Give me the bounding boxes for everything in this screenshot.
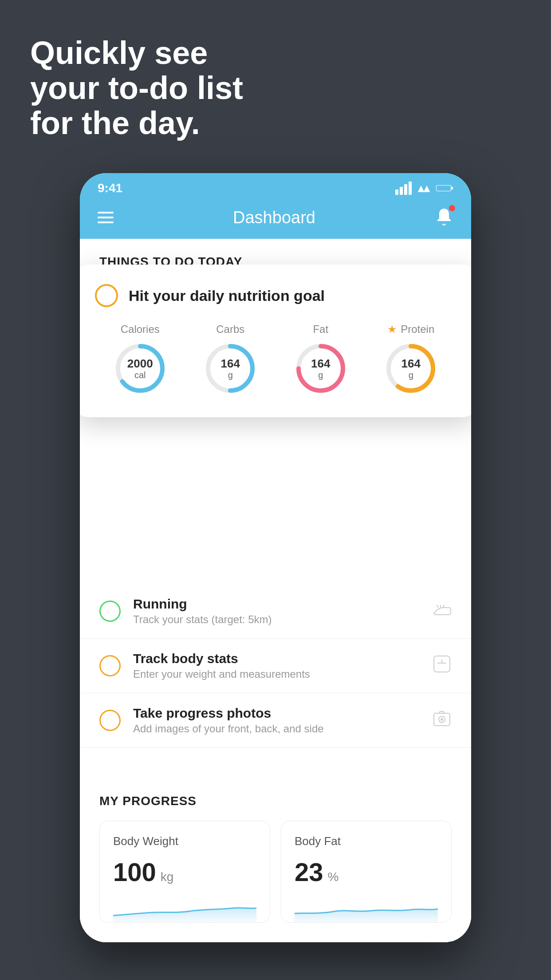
todo-text-running: Running Track your stats (target: 5km)	[133, 597, 272, 626]
svg-rect-1	[451, 187, 453, 190]
todo-subtitle-photos: Add images of your front, back, and side	[133, 723, 324, 735]
hero-line2: your to-do list	[30, 71, 243, 106]
time-display: 9:41	[98, 181, 122, 195]
notification-dot	[449, 205, 455, 211]
nutrition-fat: Fat 164 g	[294, 323, 347, 395]
app-content: THINGS TO DO TODAY Hit your daily nutrit…	[80, 239, 471, 942]
card-title: Hit your daily nutrition goal	[129, 287, 325, 304]
fat-value: 164	[311, 357, 330, 370]
status-bar: 9:41 ▴▴	[80, 173, 471, 200]
carbs-ring: 164 g	[204, 342, 257, 395]
nutrition-protein: ★ Protein 164 g	[384, 323, 437, 395]
progress-cards: Body Weight 100 kg	[99, 821, 452, 923]
progress-header: MY PROGRESS	[99, 794, 452, 808]
todo-item-photos[interactable]: Take progress photos Add images of your …	[80, 693, 471, 748]
carbs-unit: g	[221, 370, 240, 379]
svg-rect-2	[437, 186, 451, 191]
body-fat-card[interactable]: Body Fat 23 %	[281, 821, 452, 923]
carbs-value: 164	[221, 357, 240, 370]
body-fat-title: Body Fat	[295, 834, 438, 848]
battery-icon	[436, 184, 453, 193]
body-fat-chart	[295, 896, 438, 922]
nutrition-row: Calories 2000 cal	[95, 323, 456, 395]
nutrition-calories: Calories 2000 cal	[114, 323, 167, 395]
fat-unit: g	[311, 370, 330, 379]
svg-point-14	[441, 718, 443, 721]
star-icon: ★	[387, 323, 397, 336]
calories-ring: 2000 cal	[114, 342, 167, 395]
todo-section: Running Track your stats (target: 5km)	[80, 584, 471, 748]
hero-text: Quickly see your to-do list for the day.	[30, 36, 243, 141]
todo-subtitle-body-stats: Enter your weight and measurements	[133, 668, 310, 680]
protein-ring: 164 g	[384, 342, 437, 395]
nav-title: Dashboard	[233, 208, 315, 227]
todo-item-body-stats[interactable]: Track body stats Enter your weight and m…	[80, 639, 471, 693]
fat-ring: 164 g	[294, 342, 347, 395]
hero-line1: Quickly see	[30, 36, 243, 71]
status-icons: ▴▴	[395, 182, 453, 195]
todo-title-body-stats: Track body stats	[133, 651, 310, 666]
body-weight-card[interactable]: Body Weight 100 kg	[99, 821, 270, 923]
body-weight-chart	[113, 896, 256, 922]
todo-text-body-stats: Track body stats Enter your weight and m…	[133, 651, 310, 680]
body-fat-value: 23	[295, 857, 323, 887]
body-weight-value-row: 100 kg	[113, 857, 256, 887]
todo-subtitle-running: Track your stats (target: 5km)	[133, 613, 272, 626]
wifi-icon: ▴▴	[418, 182, 429, 195]
todo-text-photos: Take progress photos Add images of your …	[133, 706, 324, 735]
notification-bell[interactable]	[435, 207, 453, 228]
protein-unit: g	[401, 370, 421, 379]
body-weight-title: Body Weight	[113, 834, 256, 848]
fat-label: Fat	[313, 323, 328, 336]
calories-value: 2000	[127, 357, 153, 370]
hamburger-menu[interactable]	[98, 209, 114, 226]
calories-unit: cal	[127, 370, 153, 379]
protein-label-row: ★ Protein	[387, 323, 434, 336]
nav-bar: Dashboard	[80, 200, 471, 239]
protein-label: Protein	[401, 323, 434, 336]
body-weight-unit: kg	[161, 870, 174, 884]
svg-rect-11	[434, 656, 450, 672]
todo-item-running[interactable]: Running Track your stats (target: 5km)	[80, 584, 471, 639]
nutrition-carbs: Carbs 164 g	[204, 323, 257, 395]
nutrition-card: Hit your daily nutrition goal Calories	[80, 265, 471, 417]
protein-value: 164	[401, 357, 421, 370]
card-title-row: Hit your daily nutrition goal	[95, 284, 456, 307]
phone-mockup: 9:41 ▴▴ Dashboard	[80, 173, 471, 942]
todo-circle-running	[99, 601, 121, 622]
progress-section: MY PROGRESS Body Weight 100 kg	[80, 775, 471, 942]
todo-circle-photos	[99, 710, 121, 731]
signal-icon	[395, 182, 412, 195]
body-weight-value: 100	[113, 857, 156, 887]
todo-title-photos: Take progress photos	[133, 706, 324, 721]
calories-label: Calories	[121, 323, 160, 336]
photo-icon	[432, 709, 452, 732]
hero-line3: for the day.	[30, 106, 243, 141]
body-fat-value-row: 23 %	[295, 857, 438, 887]
body-fat-unit: %	[328, 870, 339, 884]
carbs-label: Carbs	[216, 323, 244, 336]
todo-circle-nutrition[interactable]	[95, 284, 118, 307]
shoe-icon	[432, 601, 452, 621]
todo-circle-body-stats	[99, 655, 121, 676]
todo-title-running: Running	[133, 597, 272, 612]
scale-icon	[432, 654, 452, 678]
